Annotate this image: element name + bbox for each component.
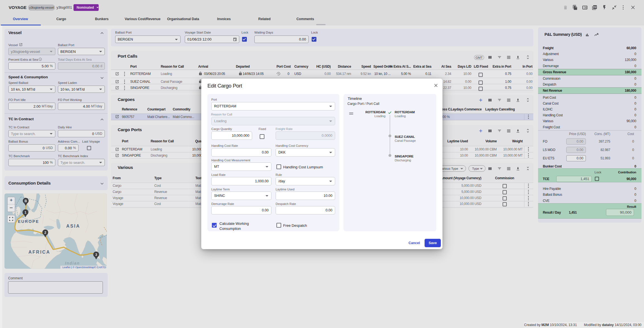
svg-text:EUROPE: EUROPE bbox=[18, 219, 39, 224]
svg-text:2: 2 bbox=[44, 231, 46, 235]
svg-text:1: 1 bbox=[25, 211, 27, 214]
svg-text:Leaflet | © OpenStreetMap© CAR: Leaflet | © OpenStreetMap© CARTO bbox=[62, 266, 106, 269]
svg-text:ASIA: ASIA bbox=[66, 224, 80, 228]
svg-text:Indian: Indian bbox=[65, 261, 80, 265]
svg-text:AFRICA: AFRICA bbox=[29, 250, 50, 254]
svg-text:3: 3 bbox=[95, 253, 97, 257]
svg-text:B: B bbox=[25, 199, 27, 203]
